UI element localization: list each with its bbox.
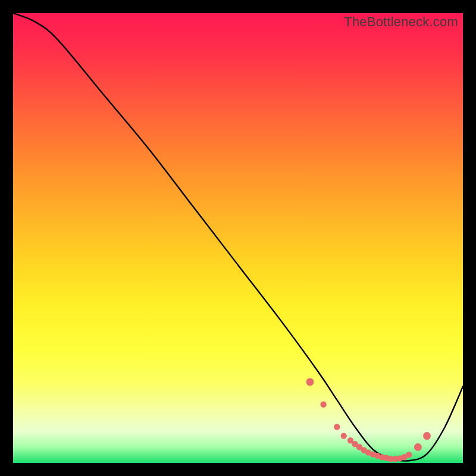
marker-point: [414, 443, 422, 451]
marker-point: [320, 402, 326, 408]
watermark-text: TheBottleneck.com: [344, 14, 458, 30]
marker-point: [423, 432, 431, 440]
plot-area: TheBottleneck.com: [13, 13, 463, 463]
marker-point: [406, 452, 412, 458]
curve-layer: [13, 13, 463, 463]
outer-frame: TheBottleneck.com: [0, 0, 476, 476]
marker-point: [341, 433, 347, 439]
marker-point: [306, 378, 314, 386]
marker-point: [334, 424, 340, 430]
bottleneck-curve: [13, 13, 463, 461]
highlight-markers: [306, 378, 431, 462]
